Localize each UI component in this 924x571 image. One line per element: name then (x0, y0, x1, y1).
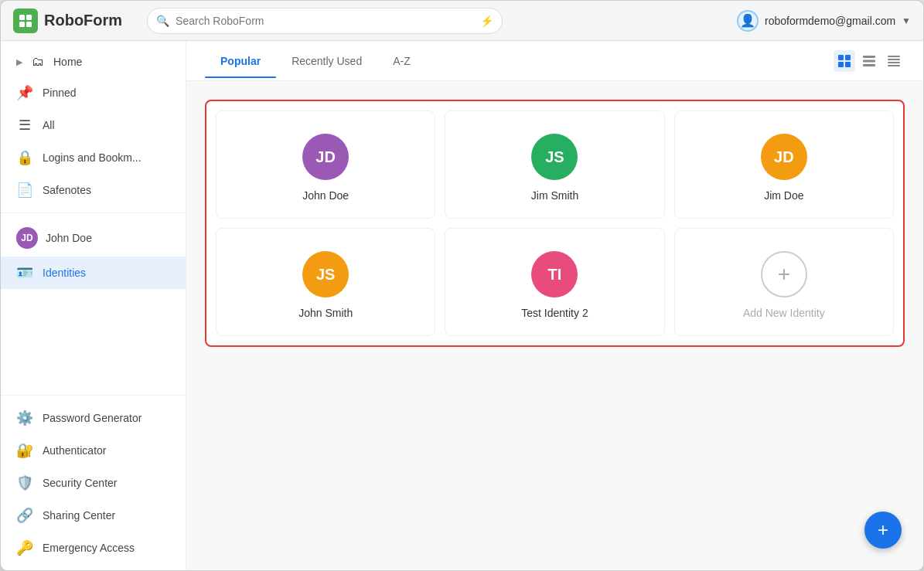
identity-name-test-identity: Test Identity 2 (521, 307, 588, 319)
sidebar-item-emergency-access[interactable]: 🔑 Emergency Access (1, 532, 186, 564)
identities-icon: 🪪 (16, 264, 33, 281)
svg-rect-3 (26, 22, 32, 27)
sidebar-user-avatar: JD (16, 227, 38, 249)
pin-icon: 📌 (16, 84, 33, 101)
identity-avatar-john-doe: JD (302, 134, 349, 180)
logo-area: RoboForm (13, 8, 122, 33)
svg-rect-12 (888, 59, 900, 60)
sidebar-user-label: John Doe (46, 232, 92, 244)
safenotes-icon: 📄 (16, 182, 33, 199)
svg-rect-6 (838, 62, 844, 67)
content-wrapper: Popular Recently Used A-Z (186, 41, 923, 570)
add-identity-label: Add New Identity (743, 307, 825, 319)
fab-button[interactable]: + (864, 512, 902, 549)
tab-recently-used[interactable]: Recently Used (276, 44, 377, 78)
user-chevron-icon: ▼ (902, 15, 911, 26)
compact-list-view-button[interactable] (883, 50, 905, 72)
sidebar-item-pinned[interactable]: 📌 Pinned (1, 76, 186, 109)
svg-rect-11 (888, 56, 900, 57)
main-area: ▶ 🗂 Home 📌 Pinned ☰ All 🔒 Logins and Boo… (1, 41, 923, 570)
identity-avatar-jim-smith: JS (531, 134, 578, 180)
identity-avatar-john-smith: JS (302, 251, 349, 297)
list-view-button[interactable] (858, 50, 880, 72)
identity-card-jim-smith[interactable]: JS Jim Smith (445, 110, 664, 219)
sidebar-item-logins[interactable]: 🔒 Logins and Bookm... (1, 141, 186, 174)
svg-rect-5 (845, 55, 851, 60)
sidebar-emergency-access-label: Emergency Access (43, 542, 135, 554)
svg-rect-4 (838, 55, 844, 60)
logo-icon (13, 8, 38, 33)
sidebar-identities-label: Identities (43, 267, 86, 279)
app-logo-text: RoboForm (44, 12, 122, 29)
sidebar-divider-1 (1, 212, 186, 213)
identity-avatar-test-identity: TI (531, 251, 578, 297)
home-icon: 🗂 (32, 55, 44, 69)
tab-a-z[interactable]: A-Z (377, 44, 426, 78)
svg-rect-8 (863, 56, 875, 58)
sidebar-item-security-center[interactable]: 🛡️ Security Center (1, 467, 186, 499)
svg-rect-7 (845, 62, 851, 67)
identity-card-test-identity[interactable]: TI Test Identity 2 (445, 228, 664, 336)
sidebar-sharing-center-label: Sharing Center (43, 509, 115, 522)
sidebar-pinned-label: Pinned (43, 87, 77, 99)
sidebar-divider-2 (1, 395, 186, 396)
sidebar-home-label: Home (53, 56, 82, 68)
sidebar-item-sharing-center[interactable]: 🔗 Sharing Center (1, 499, 186, 532)
identity-name-jim-smith: Jim Smith (531, 189, 578, 202)
sidebar-item-identities[interactable]: 🪪 Identities (1, 257, 186, 289)
sidebar-security-center-label: Security Center (43, 477, 117, 489)
tab-popular[interactable]: Popular (205, 44, 276, 78)
security-center-icon: 🛡️ (16, 474, 33, 491)
sidebar-all-label: All (43, 119, 55, 131)
search-icon: 🔍 (156, 15, 169, 27)
add-identity-icon: + (761, 251, 807, 297)
sidebar-item-home[interactable]: ▶ 🗂 Home (1, 47, 186, 76)
home-chevron-icon: ▶ (16, 57, 22, 67)
password-gen-icon: ⚙️ (16, 410, 33, 427)
sidebar-item-authenticator[interactable]: 🔐 Authenticator (1, 434, 186, 467)
sidebar: ▶ 🗂 Home 📌 Pinned ☰ All 🔒 Logins and Boo… (1, 41, 186, 570)
search-bar: 🔍 ⚡ (147, 8, 503, 34)
identity-name-john-doe: John Doe (302, 189, 349, 202)
svg-rect-10 (863, 64, 875, 66)
identity-name-jim-doe: Jim Doe (764, 189, 803, 202)
grid-area: JD John Doe JS Jim Smith (186, 81, 923, 570)
identity-name-john-smith: John Smith (298, 307, 353, 319)
identity-card-john-doe[interactable]: JD John Doe (216, 110, 435, 219)
identity-card-jim-doe[interactable]: JD Jim Doe (674, 110, 894, 219)
svg-rect-14 (888, 65, 900, 66)
content-area: Popular Recently Used A-Z (186, 41, 923, 570)
sidebar-item-safenotes[interactable]: 📄 Safenotes (1, 174, 186, 206)
identities-grid-container: JD John Doe JS Jim Smith (205, 100, 905, 347)
user-email-label: roboformdemo@gmail.com (765, 15, 895, 27)
svg-rect-2 (19, 22, 25, 27)
identity-card-john-smith[interactable]: JS John Smith (216, 228, 435, 336)
authenticator-icon: 🔐 (16, 442, 33, 459)
sidebar-user-item[interactable]: JD John Doe (1, 219, 186, 257)
tabs-bar: Popular Recently Used A-Z (186, 41, 923, 81)
view-controls (834, 50, 905, 72)
user-menu[interactable]: 👤 roboformdemo@gmail.com ▼ (737, 10, 911, 32)
filter-icon[interactable]: ⚡ (480, 15, 493, 27)
titlebar: RoboForm 🔍 ⚡ 👤 roboformdemo@gmail.com ▼ (1, 1, 923, 41)
svg-rect-1 (26, 15, 32, 20)
grid-view-button[interactable] (834, 50, 855, 72)
svg-rect-13 (888, 62, 900, 63)
sidebar-password-gen-label: Password Generator (43, 412, 141, 424)
sidebar-authenticator-label: Authenticator (43, 444, 107, 457)
svg-rect-0 (19, 15, 25, 20)
identities-grid: JD John Doe JS Jim Smith (216, 110, 894, 336)
svg-rect-9 (863, 59, 875, 62)
search-input[interactable] (147, 8, 503, 34)
sidebar-logins-label: Logins and Bookm... (43, 151, 141, 164)
identity-avatar-jim-doe: JD (761, 134, 807, 180)
sidebar-item-all[interactable]: ☰ All (1, 109, 186, 141)
user-avatar-icon: 👤 (737, 10, 759, 32)
sidebar-safenotes-label: Safenotes (43, 184, 91, 196)
sidebar-item-password-generator[interactable]: ⚙️ Password Generator (1, 402, 186, 434)
emergency-access-icon: 🔑 (16, 539, 33, 556)
lock-icon: 🔒 (16, 149, 33, 166)
sharing-center-icon: 🔗 (16, 507, 33, 524)
add-identity-card[interactable]: + Add New Identity (674, 228, 894, 336)
all-icon: ☰ (16, 117, 33, 134)
